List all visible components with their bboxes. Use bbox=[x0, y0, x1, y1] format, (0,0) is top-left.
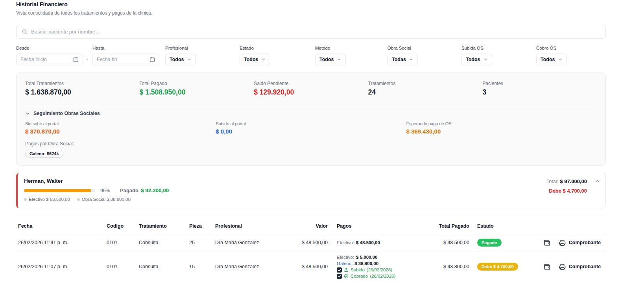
page-title: Historial Financiero bbox=[16, 1, 606, 7]
col-header-actions bbox=[522, 223, 606, 229]
select-obra-social[interactable]: Todas bbox=[388, 54, 418, 65]
os-stat-value: $ 0,00 bbox=[216, 128, 406, 135]
cell-profesional: Dra Maria Gonzalez bbox=[213, 264, 282, 269]
cell-codigo: 0101 bbox=[105, 264, 137, 269]
status-badge-pagado: Pagado bbox=[477, 239, 502, 247]
obra-social-badge-galeno: Galeno: $624k bbox=[25, 150, 63, 158]
os-stat-sin-subir: Sin subir al portal $ 370.870,00 bbox=[25, 121, 216, 135]
obras-sociales-toggle[interactable]: Seguimiento Obras Sociales bbox=[25, 111, 100, 116]
select-profesional[interactable]: Todos bbox=[165, 54, 196, 65]
payment-progress-fill bbox=[24, 189, 91, 192]
check-circle-icon bbox=[344, 274, 349, 278]
payment-line-efectivo: Efectivo: $ 48.500,00 bbox=[337, 240, 429, 245]
pagos-por-obra-social-label: Pagos por Obra Social: bbox=[25, 141, 597, 147]
col-header-codigo: Codigo bbox=[105, 223, 137, 229]
chevron-down-icon bbox=[558, 57, 563, 62]
os-stat-value: $ 369.430,00 bbox=[406, 128, 597, 135]
stat-pacientes-count: Pacientes 3 bbox=[482, 81, 597, 96]
subido-date: (26/02/2026) bbox=[367, 267, 392, 273]
filter-label-desde: Desde bbox=[16, 46, 92, 50]
filter-label-obra-social: Obra Social bbox=[388, 46, 461, 50]
select-value: Todos bbox=[319, 57, 334, 62]
os-stat-label: Sin subir al portal bbox=[25, 121, 216, 126]
pagado-value: $ 92.300,00 bbox=[141, 187, 169, 193]
stat-label: Total Tratamientos bbox=[25, 81, 140, 86]
pagado-label: Pagado bbox=[120, 187, 138, 193]
payment-line-efectivo: Efectivo: $ 5.000,00 bbox=[337, 254, 429, 260]
upload-icon bbox=[344, 267, 349, 272]
chevron-down-icon bbox=[187, 57, 192, 62]
obras-sociales-stats: Sin subir al portal $ 370.870,00 Subido … bbox=[25, 121, 597, 135]
date-placeholder-desde: Fecha inicio bbox=[20, 57, 47, 62]
payment-amount: $ 5.000,00 bbox=[356, 254, 377, 260]
col-header-pieza: Pieza bbox=[187, 223, 213, 229]
date-range-separator: - bbox=[87, 57, 88, 62]
stat-total-tratamientos: Total Tratamientos $ 1.638.870,00 bbox=[25, 81, 140, 96]
patient-total-value: $ 97.000,00 bbox=[560, 178, 587, 184]
os-stat-label: Esperando pago de OS bbox=[406, 121, 597, 126]
payment-progress-bar bbox=[24, 189, 95, 192]
subido-status: Subido bbox=[351, 267, 365, 273]
stat-label: Tratamientos bbox=[368, 81, 483, 86]
filter-profesional: Profesional Todos bbox=[165, 46, 240, 65]
legend-text: Obra Social $ 38.800,00 bbox=[82, 197, 131, 202]
filter-metodo: Metodo Todos bbox=[315, 46, 388, 65]
date-input-desde[interactable]: Fecha inicio bbox=[16, 54, 83, 65]
stat-value: 24 bbox=[368, 88, 483, 96]
select-value: Todos bbox=[244, 57, 258, 62]
os-stat-esperando: Esperando pago de OS $ 369.430,00 bbox=[406, 121, 597, 135]
cell-actions: Comprobante bbox=[522, 239, 606, 246]
select-metodo[interactable]: Todos bbox=[315, 54, 346, 65]
checkbox-checked-icon[interactable] bbox=[337, 274, 342, 279]
calendar-icon bbox=[149, 57, 155, 62]
filter-obra-social: Obra Social Todas bbox=[388, 46, 461, 65]
cell-pagos: Efectivo: $ 48.500,00 bbox=[331, 240, 429, 245]
cell-profesional: Dra Maria Gonzalez bbox=[213, 240, 282, 245]
print-comprobante-button[interactable]: Comprobante bbox=[559, 263, 601, 270]
search-input[interactable] bbox=[31, 29, 600, 35]
status-badge-debe: Debe $ 4.700,00 bbox=[477, 263, 518, 271]
cell-estado: Pagado bbox=[472, 239, 522, 247]
collapse-patient-button[interactable] bbox=[594, 178, 600, 185]
select-cobro-os[interactable]: Todos bbox=[536, 54, 567, 65]
chevron-down-icon bbox=[337, 57, 341, 62]
divider bbox=[16, 43, 606, 43]
date-input-hasta[interactable]: Fecha fin bbox=[92, 54, 159, 65]
legend-dot-icon bbox=[77, 198, 80, 201]
patient-search[interactable] bbox=[16, 25, 606, 39]
payments-wallet-button[interactable] bbox=[544, 239, 550, 246]
wallet-icon bbox=[544, 263, 550, 270]
print-comprobante-button[interactable]: Comprobante bbox=[559, 239, 601, 246]
payments-wallet-button[interactable] bbox=[544, 263, 550, 270]
cell-fecha: 26/02/2026 11:41 p. m. bbox=[16, 240, 105, 245]
filter-desde: Desde Fecha inicio - bbox=[16, 46, 92, 65]
cell-tratamiento: Consulta bbox=[137, 264, 187, 269]
select-subida-os[interactable]: Todos bbox=[461, 54, 492, 65]
chevron-down-icon bbox=[409, 57, 413, 62]
stat-total-pagado: Total Pagado $ 1.508.950,00 bbox=[140, 81, 254, 96]
stat-tratamientos-count: Tratamientos 24 bbox=[368, 81, 483, 96]
select-value: Todos bbox=[541, 57, 555, 62]
cobrado-date: (26/02/2026) bbox=[370, 273, 395, 279]
payment-legend: Efectivo $ 53.500,00 Obra Social $ 38.80… bbox=[24, 197, 599, 202]
patient-debe-value: Debe $ 4.700,00 bbox=[546, 188, 587, 194]
filter-label-cobro-os: Cobro OS bbox=[536, 46, 606, 50]
table-row: 26/02/2026 11:07 p. m. 0101 Consulta 15 … bbox=[16, 251, 606, 282]
printer-icon bbox=[559, 239, 566, 246]
stat-value: $ 129.920,00 bbox=[254, 88, 368, 96]
checkbox-checked-icon[interactable] bbox=[337, 267, 342, 273]
filter-hasta: Hasta Fecha fin bbox=[92, 46, 165, 65]
historial-financiero-page: Historial Financiero Vista consolidada d… bbox=[4, 0, 641, 282]
printer-icon bbox=[559, 263, 566, 270]
select-estado[interactable]: Todos bbox=[240, 54, 270, 65]
stat-saldo-pendiente: Saldo Pendiente $ 129.920,00 bbox=[254, 81, 368, 96]
filters-bar: Desde Fecha inicio - Hasta Fecha fin Pro… bbox=[16, 46, 606, 65]
cobrado-status: Cobrado bbox=[351, 273, 368, 279]
legend-item-obra-social: Obra Social $ 38.800,00 bbox=[77, 197, 131, 202]
calendar-icon bbox=[73, 57, 79, 62]
patient-card-header[interactable]: Herman, Walter 95% Pagado $ 92.300,00 Ef… bbox=[16, 173, 606, 208]
filter-label-subida-os: Subida OS bbox=[461, 46, 536, 50]
legend-text: Efectivo $ 53.500,00 bbox=[29, 197, 70, 202]
cell-estado: Debe $ 4.700,00 bbox=[472, 263, 522, 271]
cell-total-pagado: $ 43.800,00 bbox=[429, 264, 472, 269]
